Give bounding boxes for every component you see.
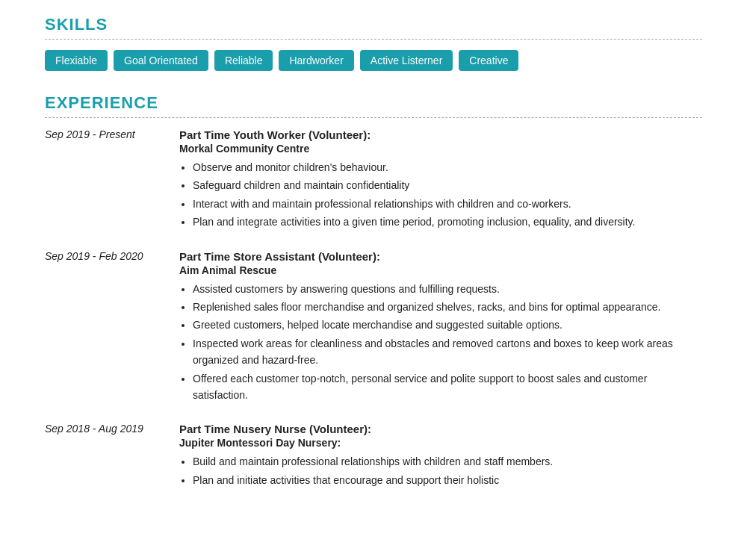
- experience-title: Part Time Youth Worker (Volunteer):: [179, 128, 702, 141]
- experience-bullet-item: Interact with and maintain professional …: [193, 196, 702, 212]
- skill-tag: Goal Orientated: [114, 50, 208, 71]
- experience-entry: Sep 2018 - Aug 2019Part Time Nusery Nurs…: [45, 423, 702, 490]
- experience-org: Morkal Community Centre: [179, 143, 702, 155]
- experience-entry: Sep 2019 - Feb 2020Part Time Store Assis…: [45, 250, 702, 405]
- experience-bullet-item: Replenished sales floor merchandise and …: [193, 299, 702, 315]
- experience-content: Part Time Nusery Nurse (Volunteer):Jupit…: [179, 423, 702, 490]
- experience-bullet-item: Observe and monitor children's behaviour…: [193, 159, 702, 175]
- experience-org: Aim Animal Rescue: [179, 264, 702, 276]
- experience-date: Sep 2018 - Aug 2019: [45, 423, 179, 435]
- experience-bullets: Assisted customers by answering question…: [179, 281, 702, 404]
- skill-tag: Creative: [459, 50, 518, 71]
- skill-tag: Flexiable: [45, 50, 108, 71]
- experience-title: Part Time Nusery Nurse (Volunteer):: [179, 423, 702, 435]
- skills-section: SKILLS FlexiableGoal OrientatedReliableH…: [45, 15, 702, 71]
- skill-tag: Active Listerner: [360, 50, 453, 71]
- experience-title: Part Time Store Assistant (Volunteer):: [179, 250, 702, 263]
- experience-entries-container: Sep 2019 - PresentPart Time Youth Worker…: [45, 128, 702, 490]
- experience-date: Sep 2019 - Feb 2020: [45, 250, 179, 262]
- skills-divider: [45, 39, 702, 40]
- experience-bullet-item: Build and maintain professional relation…: [193, 453, 702, 470]
- experience-bullet-item: Offered each customer top-notch, persona…: [193, 370, 702, 404]
- skills-section-title: SKILLS: [45, 15, 702, 34]
- experience-divider: [45, 117, 702, 118]
- experience-bullets: Observe and monitor children's behaviour…: [179, 159, 702, 231]
- experience-bullet-item: Inspected work areas for cleanliness and…: [193, 335, 702, 369]
- experience-bullet-item: Greeted customers, helped locate merchan…: [193, 317, 702, 333]
- skills-tags-container: FlexiableGoal OrientatedReliableHardwork…: [45, 50, 702, 71]
- experience-section-title: EXPERIENCE: [45, 93, 702, 113]
- skill-tag: Reliable: [214, 50, 273, 71]
- experience-bullets: Build and maintain professional relation…: [179, 453, 702, 488]
- experience-content: Part Time Store Assistant (Volunteer):Ai…: [179, 250, 702, 405]
- experience-entry: Sep 2019 - PresentPart Time Youth Worker…: [45, 128, 702, 232]
- resume-page: SKILLS FlexiableGoal OrientatedReliableH…: [0, 0, 747, 560]
- experience-bullet-item: Plan and integrate activities into a giv…: [193, 214, 702, 230]
- experience-org: Jupiter Montessori Day Nursery:: [179, 437, 702, 449]
- experience-bullet-item: Safeguard children and maintain confiden…: [193, 177, 702, 193]
- skill-tag: Hardworker: [279, 50, 353, 71]
- experience-bullet-item: Assisted customers by answering question…: [193, 281, 702, 297]
- experience-date: Sep 2019 - Present: [45, 128, 179, 140]
- experience-content: Part Time Youth Worker (Volunteer):Morka…: [179, 128, 702, 232]
- experience-section: EXPERIENCE Sep 2019 - PresentPart Time Y…: [45, 93, 702, 490]
- experience-bullet-item: Plan and initiate activities that encour…: [193, 472, 702, 488]
